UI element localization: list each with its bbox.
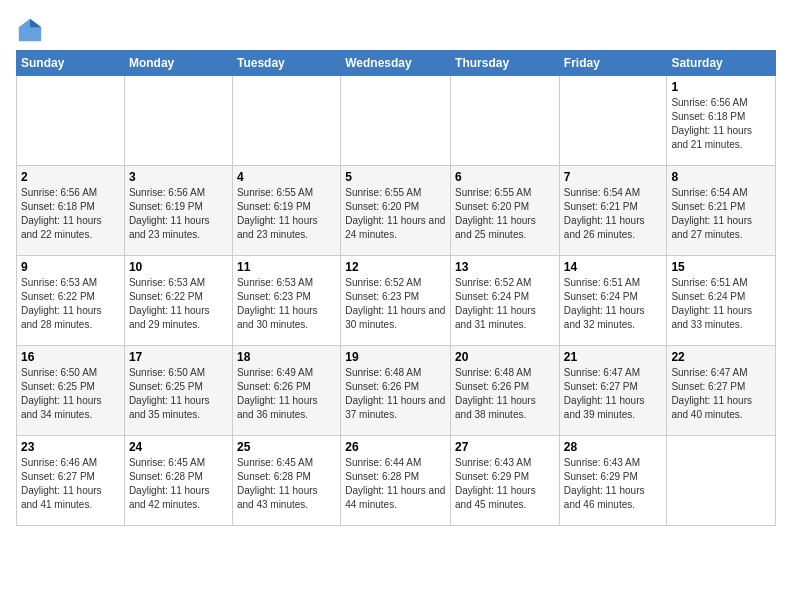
calendar-cell: 23Sunrise: 6:46 AM Sunset: 6:27 PM Dayli… xyxy=(17,436,125,526)
day-info: Sunrise: 6:48 AM Sunset: 6:26 PM Dayligh… xyxy=(345,366,446,422)
header xyxy=(16,16,776,44)
logo-icon xyxy=(16,16,44,44)
calendar-cell: 6Sunrise: 6:55 AM Sunset: 6:20 PM Daylig… xyxy=(451,166,560,256)
calendar-week-row: 9Sunrise: 6:53 AM Sunset: 6:22 PM Daylig… xyxy=(17,256,776,346)
day-number: 19 xyxy=(345,350,446,364)
day-number: 8 xyxy=(671,170,771,184)
calendar-cell: 14Sunrise: 6:51 AM Sunset: 6:24 PM Dayli… xyxy=(559,256,667,346)
day-number: 18 xyxy=(237,350,336,364)
calendar-cell: 4Sunrise: 6:55 AM Sunset: 6:19 PM Daylig… xyxy=(232,166,340,256)
day-number: 10 xyxy=(129,260,228,274)
calendar-cell xyxy=(17,76,125,166)
day-info: Sunrise: 6:48 AM Sunset: 6:26 PM Dayligh… xyxy=(455,366,555,422)
calendar-header: SundayMondayTuesdayWednesdayThursdayFrid… xyxy=(17,51,776,76)
day-number: 9 xyxy=(21,260,120,274)
day-number: 4 xyxy=(237,170,336,184)
weekday-header-thursday: Thursday xyxy=(451,51,560,76)
weekday-header-friday: Friday xyxy=(559,51,667,76)
day-info: Sunrise: 6:47 AM Sunset: 6:27 PM Dayligh… xyxy=(671,366,771,422)
day-info: Sunrise: 6:56 AM Sunset: 6:18 PM Dayligh… xyxy=(21,186,120,242)
calendar-cell xyxy=(232,76,340,166)
calendar-body: 1Sunrise: 6:56 AM Sunset: 6:18 PM Daylig… xyxy=(17,76,776,526)
day-number: 26 xyxy=(345,440,446,454)
day-number: 24 xyxy=(129,440,228,454)
day-info: Sunrise: 6:44 AM Sunset: 6:28 PM Dayligh… xyxy=(345,456,446,512)
calendar-cell: 7Sunrise: 6:54 AM Sunset: 6:21 PM Daylig… xyxy=(559,166,667,256)
logo xyxy=(16,16,48,44)
weekday-header-tuesday: Tuesday xyxy=(232,51,340,76)
day-number: 28 xyxy=(564,440,663,454)
weekday-header-row: SundayMondayTuesdayWednesdayThursdayFrid… xyxy=(17,51,776,76)
calendar-cell: 18Sunrise: 6:49 AM Sunset: 6:26 PM Dayli… xyxy=(232,346,340,436)
calendar-cell xyxy=(341,76,451,166)
day-number: 17 xyxy=(129,350,228,364)
calendar-cell: 25Sunrise: 6:45 AM Sunset: 6:28 PM Dayli… xyxy=(232,436,340,526)
day-info: Sunrise: 6:55 AM Sunset: 6:20 PM Dayligh… xyxy=(455,186,555,242)
calendar-cell: 11Sunrise: 6:53 AM Sunset: 6:23 PM Dayli… xyxy=(232,256,340,346)
calendar-cell: 1Sunrise: 6:56 AM Sunset: 6:18 PM Daylig… xyxy=(667,76,776,166)
day-number: 11 xyxy=(237,260,336,274)
calendar-cell: 3Sunrise: 6:56 AM Sunset: 6:19 PM Daylig… xyxy=(124,166,232,256)
day-number: 16 xyxy=(21,350,120,364)
calendar-cell: 17Sunrise: 6:50 AM Sunset: 6:25 PM Dayli… xyxy=(124,346,232,436)
day-info: Sunrise: 6:53 AM Sunset: 6:23 PM Dayligh… xyxy=(237,276,336,332)
day-number: 3 xyxy=(129,170,228,184)
calendar-week-row: 16Sunrise: 6:50 AM Sunset: 6:25 PM Dayli… xyxy=(17,346,776,436)
day-number: 23 xyxy=(21,440,120,454)
day-number: 27 xyxy=(455,440,555,454)
day-number: 13 xyxy=(455,260,555,274)
day-info: Sunrise: 6:55 AM Sunset: 6:19 PM Dayligh… xyxy=(237,186,336,242)
day-info: Sunrise: 6:50 AM Sunset: 6:25 PM Dayligh… xyxy=(129,366,228,422)
day-info: Sunrise: 6:46 AM Sunset: 6:27 PM Dayligh… xyxy=(21,456,120,512)
day-info: Sunrise: 6:52 AM Sunset: 6:23 PM Dayligh… xyxy=(345,276,446,332)
calendar-cell: 5Sunrise: 6:55 AM Sunset: 6:20 PM Daylig… xyxy=(341,166,451,256)
day-number: 25 xyxy=(237,440,336,454)
day-info: Sunrise: 6:53 AM Sunset: 6:22 PM Dayligh… xyxy=(129,276,228,332)
day-number: 14 xyxy=(564,260,663,274)
day-number: 20 xyxy=(455,350,555,364)
day-info: Sunrise: 6:56 AM Sunset: 6:19 PM Dayligh… xyxy=(129,186,228,242)
day-info: Sunrise: 6:54 AM Sunset: 6:21 PM Dayligh… xyxy=(564,186,663,242)
calendar-cell: 13Sunrise: 6:52 AM Sunset: 6:24 PM Dayli… xyxy=(451,256,560,346)
day-info: Sunrise: 6:53 AM Sunset: 6:22 PM Dayligh… xyxy=(21,276,120,332)
calendar-cell: 15Sunrise: 6:51 AM Sunset: 6:24 PM Dayli… xyxy=(667,256,776,346)
calendar-cell: 22Sunrise: 6:47 AM Sunset: 6:27 PM Dayli… xyxy=(667,346,776,436)
calendar-cell: 9Sunrise: 6:53 AM Sunset: 6:22 PM Daylig… xyxy=(17,256,125,346)
day-number: 1 xyxy=(671,80,771,94)
calendar-cell: 21Sunrise: 6:47 AM Sunset: 6:27 PM Dayli… xyxy=(559,346,667,436)
day-info: Sunrise: 6:43 AM Sunset: 6:29 PM Dayligh… xyxy=(564,456,663,512)
day-info: Sunrise: 6:51 AM Sunset: 6:24 PM Dayligh… xyxy=(671,276,771,332)
calendar-cell xyxy=(667,436,776,526)
day-number: 22 xyxy=(671,350,771,364)
day-number: 12 xyxy=(345,260,446,274)
day-info: Sunrise: 6:52 AM Sunset: 6:24 PM Dayligh… xyxy=(455,276,555,332)
calendar-cell: 12Sunrise: 6:52 AM Sunset: 6:23 PM Dayli… xyxy=(341,256,451,346)
svg-marker-1 xyxy=(30,19,41,27)
calendar-cell: 28Sunrise: 6:43 AM Sunset: 6:29 PM Dayli… xyxy=(559,436,667,526)
calendar-cell: 10Sunrise: 6:53 AM Sunset: 6:22 PM Dayli… xyxy=(124,256,232,346)
day-info: Sunrise: 6:47 AM Sunset: 6:27 PM Dayligh… xyxy=(564,366,663,422)
day-info: Sunrise: 6:43 AM Sunset: 6:29 PM Dayligh… xyxy=(455,456,555,512)
day-number: 7 xyxy=(564,170,663,184)
calendar-cell: 26Sunrise: 6:44 AM Sunset: 6:28 PM Dayli… xyxy=(341,436,451,526)
calendar-week-row: 2Sunrise: 6:56 AM Sunset: 6:18 PM Daylig… xyxy=(17,166,776,256)
day-number: 15 xyxy=(671,260,771,274)
day-info: Sunrise: 6:45 AM Sunset: 6:28 PM Dayligh… xyxy=(237,456,336,512)
calendar-cell: 2Sunrise: 6:56 AM Sunset: 6:18 PM Daylig… xyxy=(17,166,125,256)
calendar-week-row: 23Sunrise: 6:46 AM Sunset: 6:27 PM Dayli… xyxy=(17,436,776,526)
calendar-cell: 8Sunrise: 6:54 AM Sunset: 6:21 PM Daylig… xyxy=(667,166,776,256)
calendar-cell xyxy=(124,76,232,166)
calendar-cell: 16Sunrise: 6:50 AM Sunset: 6:25 PM Dayli… xyxy=(17,346,125,436)
weekday-header-monday: Monday xyxy=(124,51,232,76)
calendar-cell xyxy=(451,76,560,166)
day-number: 5 xyxy=(345,170,446,184)
day-info: Sunrise: 6:49 AM Sunset: 6:26 PM Dayligh… xyxy=(237,366,336,422)
day-info: Sunrise: 6:56 AM Sunset: 6:18 PM Dayligh… xyxy=(671,96,771,152)
weekday-header-wednesday: Wednesday xyxy=(341,51,451,76)
day-info: Sunrise: 6:45 AM Sunset: 6:28 PM Dayligh… xyxy=(129,456,228,512)
day-info: Sunrise: 6:50 AM Sunset: 6:25 PM Dayligh… xyxy=(21,366,120,422)
day-number: 6 xyxy=(455,170,555,184)
calendar-cell: 24Sunrise: 6:45 AM Sunset: 6:28 PM Dayli… xyxy=(124,436,232,526)
calendar-cell: 27Sunrise: 6:43 AM Sunset: 6:29 PM Dayli… xyxy=(451,436,560,526)
day-number: 2 xyxy=(21,170,120,184)
